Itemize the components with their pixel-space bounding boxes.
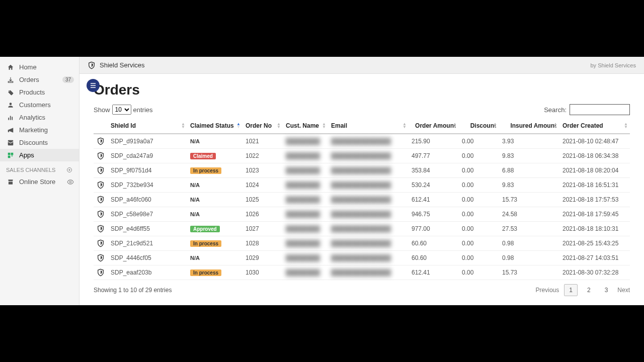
prev-button[interactable]: Previous [536,287,559,294]
orders-table: Shield Id▲▼ Claimed Status▲▼ Order No▲▼ … [94,118,630,280]
sort-icon: ▲▼ [403,123,407,129]
row-icon [94,251,108,265]
col-email[interactable]: Email▲▼ [328,118,409,134]
cell-amount: 215.90 [409,134,459,149]
table-row[interactable]: SDP_4446cf05N/A1029█████████████████████… [94,251,630,265]
table-row[interactable]: SDP_cda247a9Claimed1022█████████████████… [94,149,630,163]
cell-status: N/A [187,178,243,193]
search-input[interactable] [570,104,630,115]
page-1[interactable]: 1 [564,284,578,296]
show-entries: Show 10 entries [94,105,153,115]
nav-label: Marketing [19,126,74,134]
cell-amount: 530.24 [409,178,459,193]
nav-apps[interactable]: Apps [0,149,79,161]
shield-icon [88,61,96,69]
letterbox-bottom [0,305,644,362]
nav-analytics[interactable]: Analytics [0,111,79,124]
col-order-no[interactable]: Order No▲▼ [243,118,283,134]
section-label: SALES CHANNELS [6,167,55,173]
cell-discount: 0.00 [459,251,499,265]
cell-order-no: 1028 [243,236,283,251]
next-button[interactable]: Next [617,287,630,294]
cell-created: 2021-08-18 06:34:38 [559,149,630,163]
col-icon[interactable] [94,118,108,134]
cell-discount: 0.00 [459,178,499,193]
cell-shield-id: SDP_a46fc060 [108,193,187,207]
nav-label: Apps [19,151,74,159]
page-3[interactable]: 3 [600,285,613,296]
nav-marketing[interactable]: Marketing [0,124,79,136]
nav-label: Online Store [19,178,67,186]
main: Shield Services by Shield Services Order… [79,57,644,305]
cell-discount: 0.00 [459,149,499,163]
cell-shield-id: SDP_21c9d521 [108,236,187,251]
col-discount[interactable]: Discount▲▼ [459,118,499,134]
cell-cust-name: ████████ [283,178,328,193]
cell-discount: 0.00 [459,207,499,222]
nav-home[interactable]: Home [0,61,79,73]
cell-status: In process [187,236,243,251]
entries-select[interactable]: 10 [112,105,131,115]
table-footer: Showing 1 to 10 of 29 entries Previous 1… [79,280,644,300]
add-channel-icon[interactable] [66,166,73,173]
col-order-created[interactable]: Order Created▲▼ [559,118,630,134]
sort-icon: ▲▼ [493,123,497,129]
row-icon [94,178,108,193]
discounts-icon [6,139,15,146]
page-2[interactable]: 2 [583,285,595,296]
col-order-amount[interactable]: Order Amount▲▼ [409,118,459,134]
nav-orders[interactable]: Orders 37 [0,73,79,86]
svg-point-8 [69,181,71,183]
cell-cust-name: ████████ [283,207,328,222]
nav-products[interactable]: Products [0,86,79,99]
cell-cust-name: ████████ [283,236,328,251]
cell-order-no: 1024 [243,178,283,193]
marketing-icon [6,127,15,134]
show-label: Show [94,106,110,114]
table-row[interactable]: SDP_9f0751d4In process1023██████████████… [94,163,630,178]
col-shield-id[interactable]: Shield Id▲▼ [108,118,187,134]
cell-shield-id: SDP_9f0751d4 [108,163,187,178]
nav-discounts[interactable]: Discounts [0,136,79,149]
cell-amount: 612.41 [409,193,459,207]
cell-status: Approved [187,222,243,236]
row-icon [94,207,108,222]
cell-shield-id: SDP_d919a0a7 [108,134,187,149]
svg-rect-1 [8,118,9,120]
apps-icon [6,152,15,159]
table-row[interactable]: SDP_21c9d521In process1028██████████████… [94,236,630,251]
cell-cust-name: ████████ [283,265,328,280]
table-row[interactable]: SDP_eaaf203bIn process1030██████████████… [94,265,630,280]
cell-discount: 0.00 [459,236,499,251]
cell-created: 2021-08-27 14:03:51 [559,251,630,265]
col-cust-name[interactable]: Cust. Name▲▼ [283,118,328,134]
cell-discount: 0.00 [459,193,499,207]
cell-insured: 6.88 [499,163,559,178]
byline: by Shield Services [591,62,636,68]
view-store-icon[interactable] [67,178,74,186]
table-row[interactable]: SDP_732be934N/A1024█████████████████████… [94,178,630,193]
letterbox-top [0,0,644,57]
nav-label: Products [19,88,74,96]
cell-email: ██████████████ [328,207,409,222]
cell-insured: 9.83 [499,149,559,163]
table-row[interactable]: SDP_a46fc060N/A1025█████████████████████… [94,193,630,207]
nav-label: Customers [19,101,74,109]
page-title: Orders [94,82,644,98]
cell-created: 2021-08-25 15:43:25 [559,236,630,251]
table-row[interactable]: SDP_d919a0a7N/A1021█████████████████████… [94,134,630,149]
customers-icon [6,102,15,109]
col-claimed-status[interactable]: Claimed Status▲▼ [187,118,243,134]
table-row[interactable]: SDP_e4d6ff55Approved1027████████████████… [94,222,630,236]
nav-online-store[interactable]: Online Store [0,175,79,188]
cell-insured: 3.93 [499,134,559,149]
cell-shield-id: SDP_cda247a9 [108,149,187,163]
col-insured-amount[interactable]: Insured Amount▲▼ [499,118,559,134]
cell-insured: 0.98 [499,251,559,265]
cell-order-no: 1023 [243,163,283,178]
cell-cust-name: ████████ [283,149,328,163]
orders-icon [6,76,15,83]
table-row[interactable]: SDP_c58e98e7N/A1026█████████████████████… [94,207,630,222]
hamburger-button[interactable] [87,79,100,92]
nav-customers[interactable]: Customers [0,99,79,111]
